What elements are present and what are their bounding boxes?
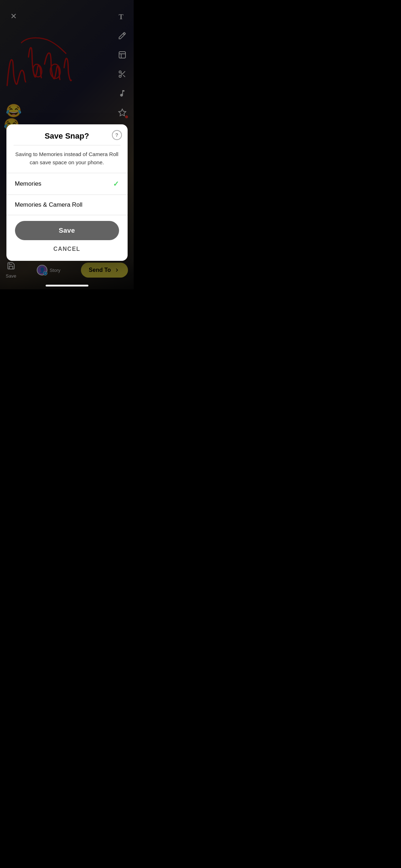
- home-bar: [46, 285, 88, 286]
- modal-save-button[interactable]: Save: [15, 221, 119, 240]
- save-snap-dialog: ? Save Snap? Saving to Memories instead …: [6, 124, 128, 261]
- modal-options: Memories ✓ Memories & Camera Roll: [6, 173, 128, 215]
- modal-description: Saving to Memories instead of Camera Rol…: [15, 150, 119, 166]
- modal-cancel-button[interactable]: CANCEL: [53, 244, 81, 254]
- memories-camera-roll-label: Memories & Camera Roll: [15, 201, 83, 208]
- modal-title: Save Snap?: [14, 131, 120, 141]
- memories-label: Memories: [15, 180, 42, 187]
- memories-option[interactable]: Memories ✓: [6, 173, 128, 195]
- modal-body: Saving to Memories instead of Camera Rol…: [6, 145, 128, 173]
- modal-header: ? Save Snap?: [6, 124, 128, 141]
- modal-overlay: ? Save Snap? Saving to Memories instead …: [0, 0, 134, 289]
- memories-camera-roll-option[interactable]: Memories & Camera Roll: [6, 195, 128, 215]
- help-icon[interactable]: ?: [112, 130, 122, 140]
- modal-actions: Save CANCEL: [6, 215, 128, 261]
- memories-check-icon: ✓: [113, 180, 119, 188]
